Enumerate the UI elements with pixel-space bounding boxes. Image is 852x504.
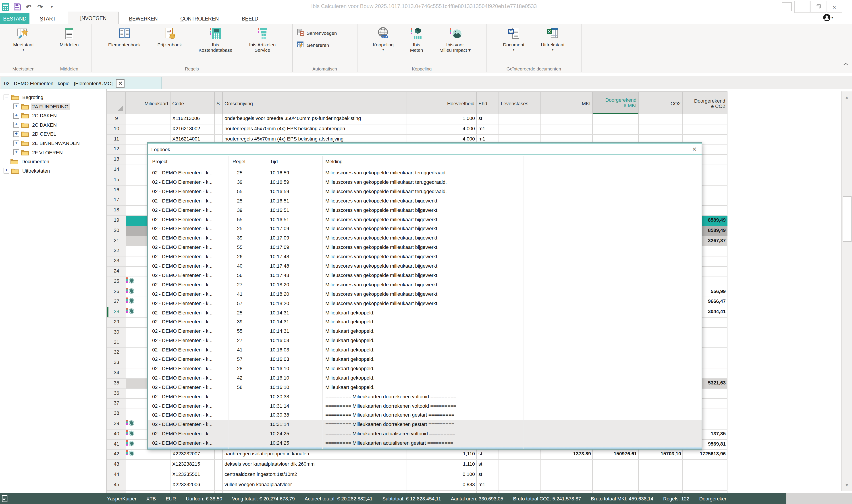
log-row[interactable]: 02 - DEMO Elementen - k...10:30:38======… — [148, 392, 701, 402]
log-row[interactable]: 02 - DEMO Elementen - k...2510:16:51Mili… — [148, 196, 701, 206]
column-header-lev[interactable]: Levensfases — [499, 92, 541, 115]
ribbon-options-icon[interactable] — [782, 2, 792, 11]
cell-ehd[interactable]: m1 — [477, 124, 499, 134]
log-row[interactable]: 02 - DEMO Elementen - k...10:31:14======… — [148, 402, 701, 411]
row-number[interactable]: 41 — [107, 439, 126, 449]
cell-ehd[interactable]: st — [477, 114, 499, 124]
grid-row-9[interactable]: 9X116213006onderbeugels voor breedte 350… — [107, 114, 728, 124]
app-button[interactable] — [1, 2, 10, 11]
log-column-header-melding[interactable]: Melding — [325, 159, 343, 164]
collapse-icon[interactable]: − — [4, 94, 10, 100]
cell-milieukaart[interactable] — [126, 490, 171, 493]
column-header-oms[interactable]: Omschrijving — [223, 92, 407, 115]
grid-row-10[interactable]: 10X216213002houtenregels 45x70mm (4x) EP… — [107, 124, 728, 135]
tree-item-2d-gevel[interactable]: +2D GEVEL — [13, 130, 57, 139]
log-row[interactable]: 02 - DEMO Elementen - k...4110:18:20Mili… — [148, 290, 701, 299]
row-number[interactable]: 37 — [107, 399, 126, 409]
prijzenboek-button[interactable]: Prijzenboek — [157, 25, 182, 47]
dialog-title-bar[interactable]: Logboek — [148, 144, 701, 155]
log-row[interactable]: 02 - DEMO Elementen - k...10:24:25======… — [148, 439, 701, 448]
log-row[interactable]: 02 - DEMO Elementen - k...4010:17:48Mili… — [148, 262, 701, 271]
dialog-close-button[interactable]: ✕ — [691, 145, 698, 152]
koppeling-button[interactable]: Koppeling▾ — [373, 25, 394, 52]
row-number[interactable]: 45 — [107, 480, 126, 490]
cell-code[interactable]: X123238215 — [171, 460, 215, 470]
cell-hoev[interactable]: 0,100 — [407, 470, 477, 480]
tree-item-2c-daken[interactable]: +2C DAKEN — [13, 111, 58, 120]
row-number[interactable]: 40 — [107, 430, 126, 439]
cell-hoev[interactable]: 4,000 — [407, 124, 477, 134]
expand-icon[interactable]: + — [13, 131, 19, 137]
row-number[interactable]: 44 — [107, 470, 126, 480]
column-header-dco2[interactable]: Doorgerekende CO2 — [683, 92, 728, 115]
log-row[interactable]: 02 - DEMO Elementen - k...10:24:25======… — [148, 430, 701, 439]
log-row[interactable]: 02 - DEMO Elementen - k...2810:16:10Mili… — [148, 364, 701, 374]
expand-icon[interactable]: + — [4, 168, 10, 174]
ibis-artikelen-service-button[interactable]: Ibis ArtikelenService — [249, 25, 276, 53]
cell-ehd[interactable]: m1 — [477, 480, 499, 490]
tree-item-begroting[interactable]: −Begroting — [4, 93, 45, 102]
log-column-header-project[interactable]: Project — [152, 159, 168, 164]
row-number[interactable]: 31 — [107, 338, 126, 348]
row-number[interactable]: 26 — [107, 287, 126, 297]
log-row[interactable]: 02 - DEMO Elementen - k...5510:17:09Mili… — [148, 243, 701, 252]
row-number[interactable]: 28 — [107, 307, 126, 317]
cell-oms[interactable]: deksels voor kanaalplaatvloer dik 260mm — [223, 460, 407, 470]
row-number[interactable]: 36 — [107, 389, 126, 398]
tree-item-2e-binnenwanden[interactable]: +2E BINNENWANDEN — [13, 139, 81, 148]
grid-row-44[interactable]: 44X123235501centraaldozen ingestort 1st/… — [107, 470, 728, 480]
log-row[interactable]: 02 - DEMO Elementen - k...10:30:38======… — [148, 411, 701, 420]
log-row[interactable]: 02 - DEMO Elementen - k...3910:16:51Mili… — [148, 206, 701, 215]
cell-milieukaart[interactable] — [126, 114, 171, 124]
expand-icon[interactable]: + — [13, 122, 19, 128]
log-row[interactable]: 02 - DEMO Elementen - k...5810:16:10Mili… — [148, 383, 701, 392]
cell-co2[interactable]: 15703,10 — [639, 450, 683, 460]
expand-icon[interactable]: + — [13, 140, 19, 146]
cell-code[interactable]: X223232006 — [171, 480, 215, 490]
ribbon-tab-start[interactable]: START — [35, 13, 61, 24]
middelen-button[interactable]: Middelen — [59, 25, 79, 47]
row-number[interactable]: 17 — [107, 196, 126, 205]
document-tab[interactable]: 02 - DEMO Elementen - kopie - [Elementen… — [1, 77, 161, 90]
grid-row-46[interactable]: 46 — [107, 490, 728, 493]
cell-dmki[interactable]: 150976,61 — [593, 450, 639, 460]
row-number[interactable]: 18 — [107, 205, 126, 215]
cell-milieukaart[interactable] — [126, 470, 171, 480]
document-tab-close-button[interactable]: ✕ — [116, 79, 125, 88]
row-number[interactable]: 32 — [107, 348, 126, 358]
samenvoegen-button[interactable]: Samenvoegen — [297, 29, 337, 36]
restore-button[interactable] — [811, 1, 826, 13]
row-number[interactable]: 27 — [107, 297, 126, 307]
row-number[interactable]: 34 — [107, 368, 126, 378]
tree-item-2a-fundering[interactable]: +2A FUNDERING — [13, 102, 70, 111]
tree-item-2c-daken[interactable]: +2C DAKEN — [13, 121, 58, 129]
elementenboek-button[interactable]: Elementenboek — [108, 25, 141, 47]
row-number[interactable]: 15 — [107, 175, 126, 185]
log-row[interactable]: 02 - DEMO Elementen - k...5510:16:51Mili… — [148, 215, 701, 224]
expand-icon[interactable]: + — [13, 104, 19, 109]
qat-menu-button[interactable]: ▾ — [47, 2, 56, 11]
genereren-button[interactable]: Genereren — [297, 41, 329, 48]
ribbon-tab-invoegen[interactable]: INVOEGEN — [68, 12, 119, 24]
row-number[interactable]: 9 — [107, 114, 126, 124]
column-header-co2[interactable]: CO2 — [639, 92, 683, 115]
row-number[interactable]: 38 — [107, 409, 126, 419]
log-row[interactable]: 02 - DEMO Elementen - k...5510:14:31Mili… — [148, 327, 701, 337]
scrollbar-thumb[interactable] — [842, 196, 852, 242]
log-row[interactable]: 02 - DEMO Elementen - k...5610:17:48Mili… — [148, 271, 701, 281]
cell-milieukaart[interactable] — [126, 480, 171, 490]
log-row[interactable]: 02 - DEMO Elementen - k...5710:16:03Mili… — [148, 355, 701, 364]
tree-item-documenten[interactable]: Documenten — [4, 157, 51, 166]
log-row[interactable]: 02 - DEMO Elementen - k...2610:17:48Mili… — [148, 252, 701, 262]
column-header-milieukaart[interactable]: Milieukaart — [126, 92, 171, 115]
ibis-kostendatabase-button[interactable]: IbisKostendatabase — [198, 25, 232, 53]
expand-icon[interactable]: + — [13, 113, 19, 119]
cell-hoev[interactable]: 1,110 — [407, 460, 477, 470]
row-number[interactable]: 25 — [107, 277, 126, 287]
column-header-ehd[interactable]: Ehd — [477, 92, 499, 115]
account-button[interactable]: ▾ — [823, 14, 833, 21]
cell-milieukaart[interactable] — [126, 450, 171, 460]
row-number[interactable]: 39 — [107, 419, 126, 429]
row-number[interactable]: 43 — [107, 460, 126, 470]
column-header-code[interactable]: Code — [171, 92, 215, 115]
